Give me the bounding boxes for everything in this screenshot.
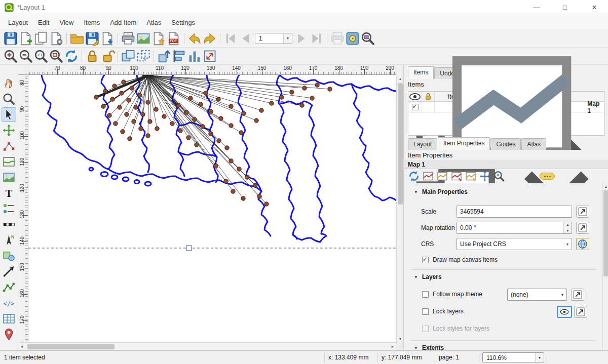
map-theme-dropdown[interactable]: (none) ▼ (507, 289, 567, 301)
extents-header[interactable]: ▼ Extents (414, 344, 444, 350)
layout-manager-button[interactable] (49, 31, 64, 46)
lock-layers-row[interactable]: Lock layers (422, 308, 464, 315)
set-map-scale-button[interactable] (450, 170, 463, 182)
undo-button[interactable] (187, 31, 202, 46)
tab-atlas[interactable]: Atlas (521, 138, 546, 150)
load-template-button[interactable] (69, 31, 85, 46)
atlas-settings-button[interactable] (345, 31, 360, 46)
chevron-down-icon[interactable]: ▼ (563, 238, 572, 250)
add-shape-button[interactable] (2, 249, 16, 263)
canvas-horizontal-scrollbar[interactable]: ◄ ► (18, 342, 396, 350)
print-atlas-button[interactable] (330, 31, 345, 46)
set-canvas-scale-button[interactable] (465, 170, 477, 182)
lock-layers-override-button[interactable] (574, 306, 587, 318)
spin-up-icon[interactable]: ▲ (564, 222, 572, 228)
group-items-button[interactable] (121, 49, 136, 64)
tab-items[interactable]: Items (408, 66, 434, 79)
save-project-button[interactable] (3, 31, 18, 46)
scale-override-button[interactable] (576, 206, 589, 218)
lock-layers-checkbox[interactable] (422, 308, 429, 315)
collapse-icon[interactable]: ▼ (414, 190, 418, 194)
zoom-out-button[interactable] (18, 49, 33, 64)
scrollbar-thumb[interactable] (27, 344, 115, 349)
scroll-left-icon[interactable]: ◄ (18, 343, 25, 350)
add-marker-button[interactable] (2, 327, 16, 342)
ungroup-items-button[interactable] (136, 49, 151, 64)
add-attribute-table-button[interactable] (2, 311, 16, 326)
unlock-all-items-button[interactable] (100, 49, 115, 64)
item-lock-cell[interactable] (422, 102, 435, 112)
crs-dropdown[interactable]: Use Project CRS ▼ (457, 238, 572, 250)
tab-layout[interactable]: Layout (408, 138, 437, 150)
tab-guides[interactable]: Guides (490, 138, 521, 150)
move-content-button[interactable] (479, 170, 491, 182)
pan-tool[interactable] (2, 76, 16, 91)
menu-settings[interactable]: Settings (166, 16, 200, 29)
tab-item-properties[interactable]: Item Properties (438, 137, 490, 150)
draw-canvas-items-checkbox[interactable]: ✓ (422, 257, 429, 263)
atlas-previous-feature-button[interactable] (238, 31, 253, 46)
follow-map-theme-row[interactable]: Follow map theme (422, 291, 482, 298)
add-north-arrow-button[interactable]: N (2, 233, 16, 248)
raise-items-button[interactable] (157, 49, 172, 64)
menu-layout[interactable]: Layout (3, 16, 33, 29)
chevron-down-icon[interactable]: ▼ (283, 33, 292, 44)
atlas-page-combo[interactable]: 1 ▼ (255, 33, 292, 44)
add-from-template-button[interactable] (100, 31, 115, 46)
properties-scrollbar[interactable]: ▲ (602, 183, 608, 350)
select-crs-button[interactable] (576, 238, 589, 250)
zoom-level-combo[interactable]: 110.6% ▼ (482, 352, 544, 362)
redo-button[interactable] (202, 31, 217, 46)
scroll-up-icon[interactable]: ▲ (603, 183, 608, 189)
collapse-icon[interactable]: ▼ (414, 346, 418, 350)
zoom-actual-button[interactable]: 1:1 (33, 49, 49, 64)
lock-items-button[interactable] (85, 49, 100, 64)
add-scalebar-button[interactable] (2, 217, 16, 232)
set-extent-to-canvas-button[interactable] (422, 170, 434, 182)
view-extent-in-canvas-button[interactable] (436, 170, 448, 182)
chevron-down-icon[interactable]: ▼ (558, 289, 566, 300)
distribute-items-button[interactable] (187, 49, 202, 64)
minimize-button[interactable]: — (525, 0, 548, 15)
atlas-next-feature-button[interactable] (294, 31, 309, 46)
print-button[interactable] (121, 31, 136, 46)
scrollbar-thumb[interactable] (603, 190, 608, 276)
scrollbar-thumb[interactable] (398, 83, 403, 205)
collapse-icon[interactable]: ▼ (414, 275, 418, 279)
menu-atlas[interactable]: Atlas (141, 16, 166, 29)
duplicate-layout-button[interactable] (33, 31, 49, 46)
add-map-button[interactable] (2, 154, 16, 169)
preview-atlas-button[interactable] (360, 31, 375, 46)
spin-buttons[interactable]: ▲ ▼ (563, 222, 572, 233)
scroll-up-icon[interactable]: ▲ (397, 75, 404, 82)
add-arrow-button[interactable] (2, 264, 16, 279)
scale-input[interactable]: 3465594 (457, 206, 572, 218)
follow-map-theme-checkbox[interactable] (422, 291, 429, 298)
export-pdf-button[interactable]: PDF (166, 31, 181, 46)
refresh-view-button[interactable] (64, 49, 79, 64)
item-visibility-checkbox[interactable]: ✓ (412, 104, 419, 110)
menu-items[interactable]: Items (79, 16, 105, 29)
draw-canvas-items-row[interactable]: ✓ Draw map canvas items (422, 256, 498, 263)
map-rotation-spinbox[interactable]: 0.00 ° ▲ ▼ (457, 222, 572, 234)
menu-view[interactable]: View (54, 16, 79, 29)
select-move-item-tool[interactable] (2, 107, 16, 122)
add-node-item-button[interactable] (2, 280, 16, 295)
chevron-down-icon[interactable]: ▼ (535, 353, 544, 362)
edit-nodes-item-tool[interactable] (2, 139, 16, 153)
scroll-down-icon[interactable]: ▼ (397, 335, 404, 342)
item-properties-scroll-area[interactable]: ▼ Main Properties Scale 3465594 Map rota… (404, 183, 602, 350)
spin-down-icon[interactable]: ▼ (564, 228, 572, 234)
canvas-vertical-scrollbar[interactable]: ▲ ▼ (396, 75, 403, 342)
export-image-button[interactable] (136, 31, 151, 46)
atlas-first-feature-button[interactable] (223, 31, 238, 46)
update-map-preview-button[interactable] (408, 170, 420, 182)
items-tree[interactable]: Item ✓ Map 1 (408, 91, 604, 136)
menu-add-item[interactable]: Add Item (105, 16, 141, 29)
zoom-full-button[interactable] (49, 49, 64, 64)
zoom-in-button[interactable] (3, 49, 18, 64)
visibility-preset-button[interactable] (557, 306, 572, 318)
layout-canvas[interactable] (28, 75, 396, 342)
add-html-button[interactable]: </> (2, 296, 16, 310)
save-as-template-button[interactable] (85, 31, 100, 46)
